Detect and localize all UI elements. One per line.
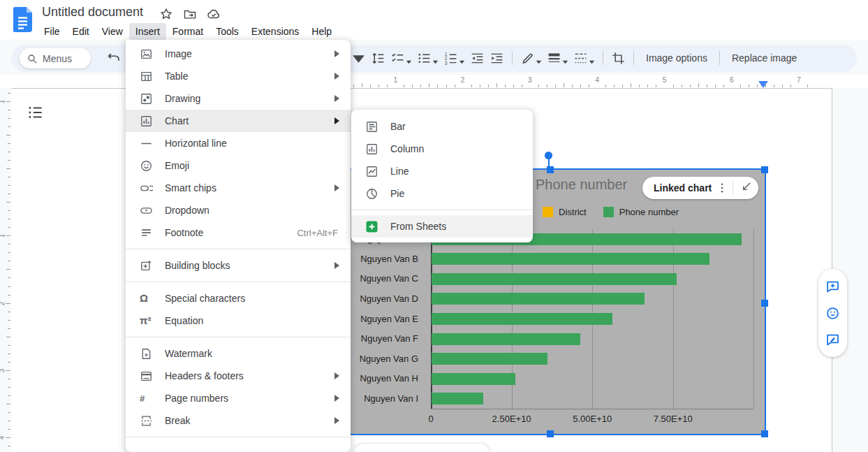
border-weight-button[interactable] xyxy=(547,51,568,66)
menu-bar: FileEditViewInsertFormatToolsExtensionsH… xyxy=(38,23,338,40)
ruler-number: 4 xyxy=(595,76,599,84)
caret-down-button[interactable] xyxy=(351,51,366,66)
insert-menu-item-watermark[interactable]: Watermark xyxy=(126,342,351,365)
ruler-tick xyxy=(8,210,10,211)
insert-menu-item-emoji[interactable]: Emoji xyxy=(126,154,351,177)
document-outline-icon[interactable] xyxy=(27,103,45,122)
selection-handle[interactable] xyxy=(761,430,768,437)
insert-menu-item-horizontal-line[interactable]: Horizontal line xyxy=(126,132,351,154)
ruler-tick xyxy=(446,85,447,87)
image-options-button[interactable]: Image options xyxy=(642,52,712,64)
ruler-tick xyxy=(420,85,421,87)
caret-down-icon[interactable] xyxy=(432,55,439,61)
menubar-item-edit[interactable]: Edit xyxy=(66,23,96,40)
menus-search[interactable]: Menus xyxy=(20,48,91,68)
insert-menu-item-chart[interactable]: Chart xyxy=(126,110,351,132)
ruler-tick xyxy=(6,269,10,270)
insert-menu-item-building-blocks[interactable]: Building blocks xyxy=(126,254,351,277)
ruler-tick xyxy=(690,85,691,87)
chart-submenu-item-line[interactable]: Line xyxy=(351,160,533,182)
pi-icon: π² xyxy=(140,314,153,328)
chart-submenu-item-column[interactable]: Column xyxy=(351,138,533,160)
insert-menu-item-table[interactable]: Table xyxy=(126,65,351,87)
collapse-icon[interactable] xyxy=(739,182,751,194)
chart-submenu-item-bar[interactable]: Bar xyxy=(351,115,533,138)
ruler-tick xyxy=(6,404,10,404)
kebab-menu-icon[interactable] xyxy=(716,182,728,194)
ruler-tick xyxy=(455,85,455,87)
indent-increase-button[interactable] xyxy=(490,51,504,66)
menubar-item-help[interactable]: Help xyxy=(305,23,338,40)
ruler-tick xyxy=(6,235,10,236)
menu-item-label: Bar xyxy=(390,121,524,132)
google-docs-logo[interactable] xyxy=(13,7,32,32)
watermark-icon xyxy=(140,347,153,360)
insert-menu-item-dropdown[interactable]: Dropdown xyxy=(126,199,351,221)
move-folder-icon[interactable] xyxy=(183,7,197,21)
insert-menu-item-drawing[interactable]: Drawing xyxy=(126,87,351,110)
caret-down-icon[interactable] xyxy=(459,55,465,61)
menubar-item-file[interactable]: File xyxy=(38,23,66,40)
insert-menu-item-footnote[interactable]: FootnoteCtrl+Alt+F xyxy=(126,221,351,244)
numbered-list-button[interactable]: 123 xyxy=(443,51,465,66)
menubar-item-format[interactable]: Format xyxy=(166,23,209,40)
linked-chart-pill[interactable]: Linked chart xyxy=(642,177,758,199)
menubar-item-tools[interactable]: Tools xyxy=(209,23,245,40)
menubar-item-extensions[interactable]: Extensions xyxy=(245,23,305,40)
document-title[interactable]: Untitled document xyxy=(42,5,143,20)
caret-down-icon[interactable] xyxy=(406,55,412,61)
menu-item-label: Line xyxy=(390,166,524,177)
pen-button[interactable] xyxy=(520,51,542,66)
undo-button[interactable] xyxy=(106,50,122,66)
ruler-tick xyxy=(749,85,749,87)
ruler-tick xyxy=(807,85,808,87)
chart-submenu-item-from-sheets[interactable]: From Sheets xyxy=(351,215,533,238)
insert-menu-item-special-characters[interactable]: ΩSpecial characters xyxy=(126,287,351,309)
line-chart-icon xyxy=(365,165,378,178)
emoji-reaction-icon[interactable] xyxy=(825,306,840,321)
cloud-check-icon[interactable] xyxy=(207,7,221,21)
caret-down-icon[interactable] xyxy=(589,55,595,61)
insert-menu-item-page-numbers[interactable]: #Page numbers xyxy=(126,387,351,409)
crop-button[interactable] xyxy=(611,51,626,66)
ruler-tick xyxy=(6,101,10,102)
right-indent-marker[interactable] xyxy=(758,81,768,88)
suggest-edits-icon[interactable] xyxy=(825,333,840,347)
indent-decrease-button[interactable] xyxy=(470,51,485,66)
menu-item-label: Column xyxy=(390,143,524,154)
add-comment-icon[interactable] xyxy=(825,279,840,294)
insert-menu-item-break[interactable]: Break xyxy=(126,409,351,432)
checklist-button[interactable] xyxy=(390,51,412,66)
ruler-tick xyxy=(6,168,10,169)
border-dash-button[interactable] xyxy=(573,51,595,66)
vertical-ruler[interactable]: 11234 xyxy=(0,88,11,452)
chart-submenu-item-pie[interactable]: Pie xyxy=(351,182,533,205)
menubar-item-insert[interactable]: Insert xyxy=(129,23,166,40)
ruler-tick xyxy=(723,85,724,87)
replace-image-button[interactable]: Replace image xyxy=(728,52,801,64)
toolbar-image-controls: 123Image optionsReplace image xyxy=(351,48,801,68)
ruler-number: 6 xyxy=(730,76,734,84)
selection-handle[interactable] xyxy=(761,166,768,173)
insert-menu-item-smart-chips[interactable]: Smart chips xyxy=(126,177,351,199)
menubar-item-view[interactable]: View xyxy=(96,23,129,40)
ruler-tick xyxy=(564,83,564,87)
caret-down-icon[interactable] xyxy=(536,55,542,61)
insert-menu-item-image[interactable]: Image xyxy=(126,43,351,65)
line-spacing-icon xyxy=(371,51,385,66)
caret-down-icon[interactable] xyxy=(562,55,568,61)
selection-handle[interactable] xyxy=(547,430,554,437)
rotation-handle[interactable] xyxy=(545,152,552,159)
bar-i xyxy=(432,393,483,404)
insert-menu-item-equation[interactable]: π²Equation xyxy=(126,309,351,332)
insert-menu-item-headers-footers[interactable]: Headers & footers xyxy=(126,365,351,387)
ruler-tick xyxy=(8,295,10,296)
x-axis-tick-label: 7.50E+10 xyxy=(654,414,693,424)
bullet-list-button[interactable] xyxy=(417,51,439,66)
ruler-tick xyxy=(8,328,10,329)
star-icon[interactable] xyxy=(159,7,173,21)
line-spacing-button[interactable] xyxy=(371,51,385,66)
menu-item-label: Footnote xyxy=(165,227,297,238)
selection-handle[interactable] xyxy=(761,300,768,307)
toolbar-separator xyxy=(512,51,513,65)
